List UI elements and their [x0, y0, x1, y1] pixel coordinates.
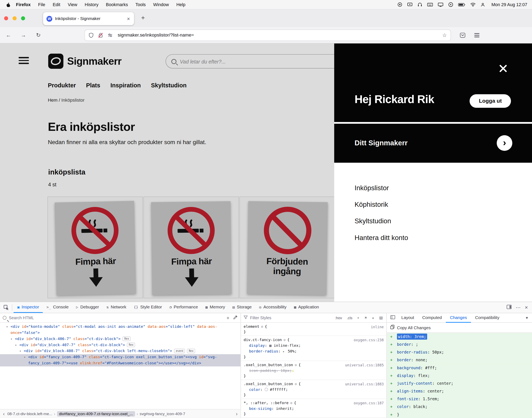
devtools-tab-console[interactable]: >_Console	[43, 302, 72, 313]
browser-tab[interactable]: W Inköpslistor - Signmaker ×	[43, 12, 134, 25]
sidebar-toggle-icon[interactable]	[388, 315, 397, 320]
menubar-item-view[interactable]: View	[64, 2, 81, 7]
display-mirror-icon[interactable]	[407, 2, 413, 7]
focus-mode-icon[interactable]	[397, 2, 402, 7]
sidebar-tab-computed[interactable]: Computed	[418, 313, 446, 323]
rule-source-link[interactable]: universal.css:1883	[345, 381, 384, 387]
style-toggle[interactable]: :hov	[334, 316, 343, 320]
rule-selector[interactable]: .oxel_icon_button_icon	[243, 381, 293, 387]
sidebar-tabs-dropdown-icon[interactable]: ▾	[526, 315, 531, 320]
tab-close-icon[interactable]: ×	[126, 16, 131, 22]
rule-source-link[interactable]: oxygen.css:187	[354, 400, 384, 406]
account-link-hantera-ditt-konto[interactable]: Hantera ditt konto	[354, 233, 408, 242]
insecure-lock-icon[interactable]	[98, 33, 103, 38]
rule-source-link[interactable]: oxygen.css:238	[354, 337, 384, 343]
gear-icon[interactable]: ⚙	[290, 400, 292, 406]
menubar-item-tools[interactable]: Tools	[132, 2, 150, 7]
menubar-clock[interactable]: Mon 29 Aug 12:07	[491, 2, 527, 7]
style-toggle[interactable]: +	[356, 316, 360, 320]
devtools-tab-inspector[interactable]: ▣Inspector	[13, 302, 43, 313]
devtools-tab-style-editor[interactable]: {}Style Editor	[130, 302, 166, 313]
menubar-item-bookmarks[interactable]: Bookmarks	[102, 2, 132, 7]
style-toggle[interactable]: ◐	[371, 316, 375, 320]
gear-icon[interactable]: ⚙	[284, 337, 286, 343]
pocket-save-icon[interactable]	[460, 33, 465, 38]
apple-menu-icon[interactable]	[6, 2, 10, 7]
filter-styles-input[interactable]: Filter Styles	[250, 315, 332, 320]
address-bar[interactable]: signmaker.se/inkopslistor/?list-name= ☆	[85, 29, 451, 41]
twisty-icon[interactable]: ▾	[19, 348, 21, 354]
forward-button[interactable]: →	[20, 32, 26, 38]
dock-mode-icon[interactable]	[507, 305, 512, 310]
close-icon[interactable]	[498, 64, 508, 73]
chevron-right-icon[interactable]: ›	[497, 135, 512, 151]
browser-menu-icon[interactable]	[474, 32, 480, 38]
gear-icon[interactable]: ⚙	[295, 381, 297, 387]
style-toggle[interactable]: .cls	[346, 316, 353, 320]
copy-all-changes-row[interactable]: Copy All Changes	[387, 323, 532, 333]
account-link-skyltstudion[interactable]: Skyltstudion	[354, 217, 408, 225]
markup-line[interactable]: ▾<div id="div_block-407-7" class="ct-div…	[0, 342, 241, 348]
sidebar-tab-changes[interactable]: Changes	[446, 313, 471, 323]
screen-icon[interactable]	[438, 2, 444, 7]
menubar-item-file[interactable]: File	[34, 2, 49, 7]
badge-flex[interactable]: flex	[127, 343, 135, 347]
twisty-icon[interactable]: ▾	[15, 342, 17, 348]
breadcrumb-item[interactable]: 08-7.ct-div-block.left-me...	[7, 412, 52, 416]
devtools-tab-performance[interactable]: ◔Performance	[166, 302, 202, 313]
devtools-close-icon[interactable]: ×	[525, 304, 528, 310]
menubar-item-help[interactable]: Help	[173, 2, 189, 7]
style-toggle[interactable]: ☀	[363, 315, 368, 320]
gear-icon[interactable]: ⚙	[295, 362, 297, 368]
play-icon[interactable]	[448, 2, 454, 7]
devtools-tab-memory[interactable]: ▦Memory	[202, 302, 229, 313]
battery-icon[interactable]	[458, 2, 466, 7]
crumb-back-icon[interactable]: ‹	[2, 411, 6, 417]
tracking-shield-icon[interactable]	[88, 33, 94, 38]
logout-button[interactable]: Logga ut	[470, 94, 511, 108]
twisty-icon[interactable]: ▾	[6, 324, 8, 330]
css-declaration[interactable]: display: ▦ inline-flex;	[243, 343, 384, 348]
account-section[interactable]: Ditt Signmakerr ›	[334, 124, 532, 163]
headphones-icon[interactable]	[417, 2, 423, 7]
twisty-icon[interactable]: ▾	[24, 354, 25, 360]
account-link-ink-pslistor[interactable]: Inköpslistor	[354, 184, 408, 192]
back-button[interactable]: ←	[6, 32, 12, 38]
css-declaration[interactable]: border-radius: ▸ 50%;	[243, 348, 384, 355]
new-tab-button[interactable]: +	[139, 14, 147, 22]
rule-selector[interactable]: *, ::after, ::before	[243, 400, 289, 406]
style-toggle[interactable]: ▤	[378, 315, 384, 320]
twisty-icon[interactable]: ▾	[11, 336, 12, 342]
keyboard-icon[interactable]	[427, 2, 433, 7]
crumb-forward-icon[interactable]: ›	[235, 411, 239, 417]
menubar-app-name[interactable]: Firefox	[12, 2, 35, 7]
menubar-item-edit[interactable]: Edit	[49, 2, 64, 7]
flex-toggle-icon[interactable]: ▦	[269, 343, 274, 348]
badge-flex[interactable]: flex	[122, 337, 131, 341]
devtools-tab-accessibility[interactable]: ◎Accessibility	[255, 302, 290, 313]
rule-source-link[interactable]: universal.css:1885	[345, 362, 384, 368]
badge-event[interactable]: event	[174, 349, 185, 353]
breadcrumb-item[interactable]: svg#svg-fancy_icon-409-7	[140, 412, 185, 416]
color-swatch[interactable]	[265, 388, 268, 391]
badge-flex[interactable]: flex	[187, 349, 195, 353]
wifi-icon[interactable]	[471, 2, 476, 7]
add-node-button[interactable]: +	[225, 315, 231, 321]
permissions-icon[interactable]	[108, 33, 113, 37]
window-zoom-button[interactable]	[21, 16, 25, 20]
menubar-item-window[interactable]: Window	[150, 2, 173, 7]
gear-icon[interactable]: ⚙	[261, 324, 263, 330]
reload-button[interactable]: ↻	[35, 32, 41, 38]
markup-line[interactable]: ▾<div id="div_block-408-7" class="ct-div…	[0, 348, 241, 354]
pick-element-icon[interactable]	[3, 304, 9, 310]
devtools-tab-debugger[interactable]: ▷Debugger	[72, 302, 103, 313]
css-declaration[interactable]: icon-padding: 10px; ⚠	[243, 368, 384, 373]
markup-search-input[interactable]: Search HTML	[9, 315, 223, 320]
css-declaration[interactable]: box-sizing: inherit;	[243, 406, 384, 411]
url-text[interactable]: signmaker.se/inkopslistor/?list-name=	[118, 33, 438, 37]
bookmark-star-icon[interactable]: ☆	[442, 32, 447, 38]
devtools-menu-icon[interactable]: ⋯	[516, 304, 521, 310]
account-link-k-phistorik[interactable]: Köphistorik	[354, 200, 408, 208]
eyedropper-icon[interactable]	[233, 315, 238, 321]
rule-selector[interactable]: element	[243, 324, 259, 330]
